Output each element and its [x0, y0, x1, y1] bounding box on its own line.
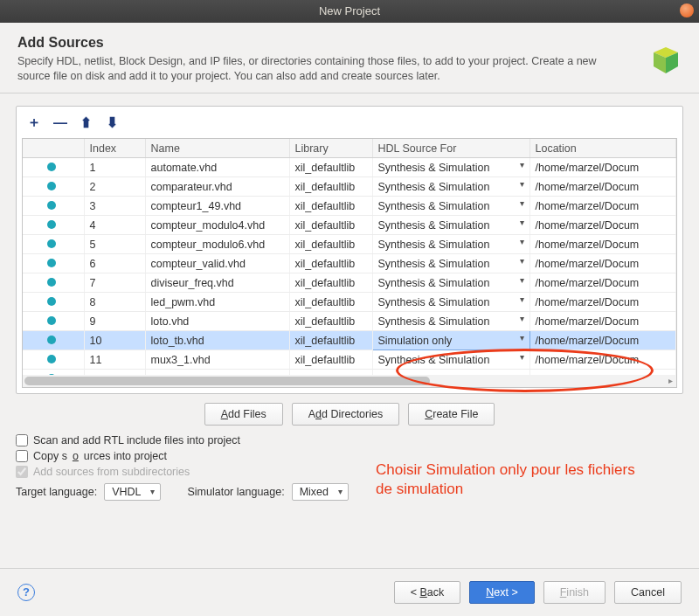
table-row[interactable]: 6compteur_valid.vhdxil_defaultlibSynthes…	[23, 254, 676, 273]
cell-location: /home/marzel/Docum	[529, 177, 676, 197]
cell-index: 1	[84, 158, 145, 177]
help-icon[interactable]: ?	[17, 584, 35, 601]
cell-library[interactable]: xil_defaultlib	[289, 273, 372, 293]
table-row[interactable]: 5compteur_modulo6.vhdxil_defaultlibSynth…	[23, 235, 676, 254]
cell-hdl-source[interactable]: Synthesis & Simulation	[372, 350, 529, 370]
cell-index: 7	[84, 273, 145, 293]
cell-location: /home/marzel/Docum	[529, 235, 676, 254]
sources-table-wrap: Index Name Library HDL Source For Locati…	[22, 138, 677, 388]
cancel-button[interactable]: Cancel	[614, 581, 682, 604]
table-row[interactable]: 8led_pwm.vhdxil_defaultlibSynthesis & Si…	[23, 293, 676, 312]
col-blank[interactable]	[23, 139, 84, 158]
cell-library[interactable]: xil_defaultlib	[289, 177, 372, 197]
table-row[interactable]: 1automate.vhdxil_defaultlibSynthesis & S…	[23, 158, 676, 177]
cell-name: diviseur_freq.vhd	[145, 273, 289, 293]
add-directories-button[interactable]: Add Directories	[292, 403, 399, 426]
table-row[interactable]: 11mux3_1.vhdxil_defaultlibSynthesis & Si…	[23, 350, 676, 370]
file-type-icon	[23, 350, 84, 370]
file-type-icon	[23, 177, 84, 197]
cell-location: /home/marzel/Docum	[529, 273, 676, 293]
check-scan-label: Scan and add RTL include files into proj…	[33, 434, 240, 446]
cell-name: compteur_valid.vhd	[145, 254, 289, 273]
file-type-icon	[23, 293, 84, 312]
titlebar: New Project	[0, 0, 699, 23]
check-scan[interactable]: Scan and add RTL include files into proj…	[16, 434, 683, 446]
table-row[interactable]: 3compteur1_49.vhdxil_defaultlibSynthesis…	[23, 197, 676, 216]
col-index[interactable]: Index	[84, 139, 145, 158]
file-type-icon	[23, 254, 84, 273]
cell-hdl-source[interactable]: Synthesis & Simulation	[372, 254, 529, 273]
table-row[interactable]: 10loto_tb.vhdxil_defaultlibSimulation on…	[23, 331, 676, 350]
close-icon[interactable]	[680, 3, 694, 17]
target-language-select[interactable]: VHDL	[104, 483, 161, 501]
vivado-logo-icon	[652, 47, 680, 75]
cell-hdl-source[interactable]: Synthesis & Simulation	[372, 312, 529, 331]
create-file-button[interactable]: Create File	[408, 403, 495, 426]
cell-library[interactable]: xil_defaultlib	[289, 158, 372, 177]
move-up-icon[interactable]: 🠭	[76, 114, 97, 133]
cell-hdl-source[interactable]: Synthesis & Simulation	[372, 216, 529, 235]
cell-library[interactable]: xil_defaultlib	[289, 216, 372, 235]
cell-hdl-source[interactable]: Synthesis & Simulation	[372, 293, 529, 312]
col-name[interactable]: Name	[145, 139, 289, 158]
cell-name: loto.vhd	[145, 312, 289, 331]
cell-hdl-source[interactable]: Simulation only	[372, 331, 529, 350]
cell-index: 5	[84, 235, 145, 254]
header-panel: Add Sources Specify HDL, netlist, Block …	[0, 23, 699, 93]
cell-library[interactable]: xil_defaultlib	[289, 331, 372, 350]
cell-library[interactable]: xil_defaultlib	[289, 312, 372, 331]
sources-panel: ＋ — 🠭 🠯 Index Name Library HDL Source Fo…	[16, 106, 683, 394]
add-files-button[interactable]: Add Files	[204, 403, 283, 426]
scroll-right-icon[interactable]: ▸	[664, 375, 676, 387]
source-buttons-row: Add Files Add Directories Create File	[16, 403, 683, 426]
check-scan-box[interactable]	[16, 434, 28, 446]
cell-library[interactable]: xil_defaultlib	[289, 293, 372, 312]
cell-name: automate.vhd	[145, 158, 289, 177]
add-icon[interactable]: ＋	[24, 114, 45, 133]
cell-index: 9	[84, 312, 145, 331]
file-type-icon	[23, 331, 84, 350]
check-copy-box[interactable]	[16, 450, 28, 462]
table-row[interactable]: 7diviseur_freq.vhdxil_defaultlibSynthesi…	[23, 273, 676, 293]
table-row[interactable]: 4compteur_modulo4.vhdxil_defaultlibSynth…	[23, 216, 676, 235]
page-title: Add Sources	[17, 35, 682, 51]
cell-index: 6	[84, 254, 145, 273]
cell-index: 11	[84, 350, 145, 370]
cell-library[interactable]: xil_defaultlib	[289, 350, 372, 370]
move-down-icon[interactable]: 🠯	[102, 114, 123, 133]
horizontal-scrollbar[interactable]: ◂ ▸	[23, 375, 676, 387]
cell-hdl-source[interactable]: Synthesis & Simulation	[372, 177, 529, 197]
cell-index: 4	[84, 216, 145, 235]
cell-library[interactable]: xil_defaultlib	[289, 254, 372, 273]
scrollbar-thumb[interactable]	[24, 377, 430, 385]
check-copy[interactable]: Copy sources into project	[16, 450, 683, 462]
file-type-icon	[23, 273, 84, 293]
col-hdl[interactable]: HDL Source For	[372, 139, 529, 158]
cell-location: /home/marzel/Docum	[529, 350, 676, 370]
cell-hdl-source[interactable]: Synthesis & Simulation	[372, 158, 529, 177]
col-library[interactable]: Library	[289, 139, 372, 158]
cell-name: loto_tb.vhd	[145, 331, 289, 350]
cell-hdl-source[interactable]: Synthesis & Simulation	[372, 197, 529, 216]
col-location[interactable]: Location	[529, 139, 676, 158]
cell-hdl-source[interactable]: Synthesis & Simulation	[372, 235, 529, 254]
cell-name: comparateur.vhd	[145, 177, 289, 197]
cell-library[interactable]: xil_defaultlib	[289, 235, 372, 254]
simulator-language-select[interactable]: Mixed	[292, 483, 349, 501]
table-row[interactable]: 9loto.vhdxil_defaultlibSynthesis & Simul…	[23, 312, 676, 331]
next-button[interactable]: Next >	[469, 581, 534, 604]
finish-button: Finish	[543, 581, 606, 604]
cell-library[interactable]: xil_defaultlib	[289, 197, 372, 216]
target-language-label: Target language:	[16, 486, 97, 498]
back-button[interactable]: < Back	[394, 581, 461, 604]
table-row[interactable]: 2comparateur.vhdxil_defaultlibSynthesis …	[23, 177, 676, 197]
language-row: Target language: VHDL Simulator language…	[16, 483, 683, 501]
simulator-language-label: Simulator language:	[187, 486, 284, 498]
cell-name: compteur_modulo4.vhd	[145, 216, 289, 235]
page-description: Specify HDL, netlist, Block Design, and …	[17, 54, 612, 84]
remove-icon[interactable]: —	[50, 114, 71, 133]
file-type-icon	[23, 216, 84, 235]
cell-hdl-source[interactable]: Synthesis & Simulation	[372, 273, 529, 293]
check-subdirs-box	[16, 466, 28, 478]
window-title: New Project	[319, 4, 380, 17]
